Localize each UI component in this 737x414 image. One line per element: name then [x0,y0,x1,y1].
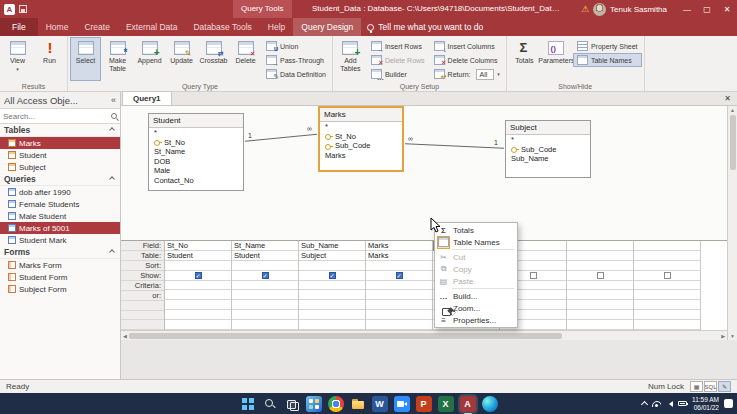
grid-field-cell[interactable]: St_Name [232,241,298,251]
grid-empty-cell[interactable] [299,310,365,320]
grid-table-cell[interactable] [634,251,700,261]
vertical-scroll-thumb[interactable] [730,115,736,170]
ribbon-tab-query-design[interactable]: Query Design [293,18,361,36]
show-checkbox[interactable] [597,272,604,279]
nav-item-female-students[interactable]: Female Students [0,198,120,210]
task-view-icon[interactable] [284,396,300,412]
table-field-sub-code[interactable]: Sub_Code [506,145,590,155]
grid-sort-cell[interactable] [165,261,231,271]
data-definition-button[interactable]: Data Definition [262,67,330,81]
make-table-button[interactable]: Make Table [102,37,133,81]
grid-table-cell[interactable] [567,251,633,261]
grid-table-cell[interactable]: Student [232,251,298,261]
context-menu-item-zoom[interactable]: Zoom... [436,302,516,314]
view-button[interactable]: View▾ [2,37,33,81]
grid-criteria-cell[interactable] [299,281,365,291]
grid-show-cell[interactable] [567,271,633,281]
scroll-left-icon[interactable] [123,333,127,339]
table-field-male[interactable]: Male [149,166,243,176]
crosstab-button[interactable]: Crosstab [198,37,229,81]
grid-show-cell[interactable] [634,271,700,281]
grid-field-cell[interactable] [634,241,700,251]
table-field-contact-no[interactable]: Contact_No [149,176,243,186]
zoom-icon[interactable] [394,396,410,412]
nav-item-subject-form[interactable]: Subject Form [0,283,120,295]
ribbon-tab-create[interactable]: Create [76,18,118,36]
grid-criteria-cell[interactable] [567,281,633,291]
show-checkbox[interactable] [396,272,403,279]
design-view-icon[interactable]: ✎ [718,381,731,392]
return-dropdown[interactable]: All [476,69,495,80]
nav-item-male-student[interactable]: Male Student [0,210,120,222]
edge-icon[interactable] [482,396,498,412]
table-field-st-name[interactable]: St_Name [149,147,243,157]
nav-item-student-form[interactable]: Student Form [0,271,120,283]
grid-show-cell[interactable] [366,271,432,281]
ribbon-tab-file[interactable]: File [0,18,38,36]
grid-empty-cell[interactable] [634,310,700,320]
user-avatar[interactable] [593,3,606,16]
parameters-button[interactable]: Parameters [541,37,572,81]
scroll-up-icon[interactable] [730,107,735,113]
return-button[interactable]: Return:All▾ [430,67,504,81]
table-box-marks[interactable]: Marks*St_NoSub_CodeMarks [318,106,404,172]
battery-icon[interactable] [678,401,687,406]
insert-rows-button[interactable]: Insert Rows [367,39,429,53]
nav-item-student-mark[interactable]: Student Mark [0,234,120,246]
tell-me-box[interactable]: Tell me what you want to do [367,18,483,36]
widgets-icon[interactable] [306,396,322,412]
nav-section-queries[interactable]: Queries [0,173,120,186]
grid-empty-cell[interactable] [567,310,633,320]
context-menu-item-table-names[interactable]: Table Names [436,236,516,248]
table-field-sub-code[interactable]: Sub_Code [320,141,402,151]
nav-item-dob-after-1990[interactable]: dob after 1990 [0,186,120,198]
sql-view-icon[interactable]: SQL [704,381,717,392]
grid-empty-cell[interactable] [567,300,633,310]
collapse-pane-icon[interactable] [111,95,116,105]
grid-or-cell[interactable] [366,290,432,300]
insert-columns-button[interactable]: Insert Columns [430,39,504,53]
wifi-icon[interactable] [652,401,661,407]
table-box-student[interactable]: Student*St_NoSt_NameDOBMaleContact_No [148,113,244,191]
grid-show-cell[interactable] [232,271,298,281]
volume-icon[interactable] [666,401,673,407]
word-icon[interactable]: W [372,396,388,412]
user-name[interactable]: Tenuk Sasmitha [610,5,667,14]
ribbon-tab-database-tools[interactable]: Database Tools [185,18,259,36]
start-icon[interactable] [240,396,256,412]
maximize-button[interactable]: ▢ [697,0,717,18]
run-button[interactable]: Run [34,37,65,81]
grid-or-cell[interactable] [299,290,365,300]
grid-criteria-cell[interactable] [232,281,298,291]
alert-icon[interactable] [581,0,589,18]
grid-field-cell[interactable]: Marks [366,241,432,251]
table-field-st-no[interactable]: St_No [149,138,243,148]
grid-empty-cell[interactable] [165,310,231,320]
table-field-marks[interactable]: Marks [320,151,402,161]
show-checkbox[interactable] [195,272,202,279]
grid-table-cell[interactable]: Marks [366,251,432,261]
builder-button[interactable]: Builder [367,67,429,81]
grid-field-cell[interactable]: St_No [165,241,231,251]
grid-sort-cell[interactable] [366,261,432,271]
close-button[interactable]: ✕ [717,0,737,18]
update-button[interactable]: Update [166,37,197,81]
taskbar-clock[interactable]: 11:59 AM 06/01/22 [692,396,719,411]
grid-criteria-cell[interactable] [165,281,231,291]
table-field-[interactable]: * [506,135,590,145]
datasheet-view-icon[interactable]: ▦ [690,381,703,392]
context-menu-item-build[interactable]: Build... [436,290,516,302]
ribbon-tab-home[interactable]: Home [38,18,77,36]
grid-sort-cell[interactable] [299,261,365,271]
grid-or-cell[interactable] [567,290,633,300]
nav-section-tables[interactable]: Tables [0,124,120,137]
minimize-button[interactable]: — [677,0,697,18]
access-icon[interactable]: A [460,396,476,412]
grid-table-cell[interactable]: Subject [299,251,365,261]
save-icon[interactable] [19,5,27,13]
table-names-button[interactable]: Table Names [573,53,642,67]
grid-sort-cell[interactable] [232,261,298,271]
grid-empty-cell[interactable] [634,320,700,330]
show-checkbox[interactable] [664,272,671,279]
show-checkbox[interactable] [329,272,336,279]
